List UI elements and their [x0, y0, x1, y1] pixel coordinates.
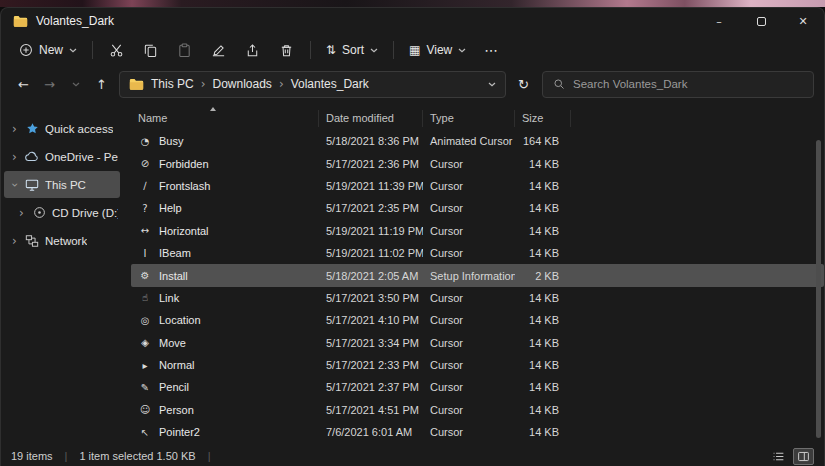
file-name-cell: ?Help: [131, 202, 319, 214]
scrollbar-thumb[interactable]: [816, 140, 821, 438]
file-row-link[interactable]: ☝Link5/17/2021 3:50 PMCursor14 KB: [131, 287, 824, 309]
normal-cursor-icon: ▸: [138, 360, 152, 371]
search-box: [542, 71, 814, 98]
breadcrumb-item[interactable]: Volantes_Dark: [290, 77, 370, 91]
paste-button[interactable]: [168, 39, 201, 62]
recent-locations-button[interactable]: [63, 72, 88, 97]
toolbar-separator: [92, 41, 93, 59]
cut-icon: [109, 43, 124, 58]
chevron-right-icon[interactable]: ›: [10, 123, 19, 135]
minimize-icon: –: [716, 15, 722, 28]
column-header-size[interactable]: Size: [515, 110, 571, 127]
frontslash-cursor-icon: ∕: [138, 180, 152, 191]
list-view-toggle[interactable]: [768, 448, 789, 465]
network-icon: [24, 234, 40, 248]
search-input[interactable]: [573, 78, 803, 90]
trash-icon: [279, 43, 294, 58]
file-date-modified: 5/17/2021 4:51 PM: [319, 404, 423, 416]
copy-button[interactable]: [134, 39, 167, 62]
close-button[interactable]: ✕: [782, 8, 824, 34]
vertical-scrollbar[interactable]: [815, 104, 822, 444]
pointer-cursor-icon: ↖: [138, 427, 152, 438]
file-row-horizontal[interactable]: ↔Horizontal5/19/2021 11:19 PMCursor14 KB: [131, 220, 824, 242]
sidebar-item-onedrive-personal[interactable]: ›OneDrive - Personal: [4, 143, 120, 170]
file-row-move[interactable]: ◈Move5/17/2021 3:34 PMCursor14 KB: [131, 332, 824, 354]
chevron-down-icon: [72, 82, 80, 87]
file-row-help[interactable]: ?Help5/17/2021 2:35 PMCursor14 KB: [131, 197, 824, 219]
cut-button[interactable]: [100, 39, 133, 62]
file-type: Animated Cursor: [423, 135, 515, 147]
file-type: Cursor: [423, 180, 515, 192]
chevron-down-icon[interactable]: ›: [9, 180, 21, 189]
file-row-forbidden[interactable]: ⊘Forbidden5/17/2021 2:36 PMCursor14 KB: [131, 152, 824, 174]
view-button-label: View: [426, 43, 452, 57]
file-name: Frontslash: [159, 180, 210, 192]
column-header-name[interactable]: Name: [131, 110, 319, 127]
file-date-modified: 5/17/2021 2:36 PM: [319, 158, 423, 170]
file-size: 14 KB: [515, 314, 571, 326]
file-row-ibeam[interactable]: IIBeam5/19/2021 11:02 PMCursor14 KB: [131, 242, 824, 264]
delete-button[interactable]: [270, 39, 303, 62]
file-row-pointer2[interactable]: ↖Pointer27/6/2021 6:01 AMCursor14 KB: [131, 421, 824, 443]
file-row-normal[interactable]: ▸Normal5/17/2021 2:33 PMCursor14 KB: [131, 354, 824, 376]
sidebar-item-label: Network: [45, 235, 87, 247]
file-name-cell: ▸Normal: [131, 359, 319, 371]
sidebar-item-quick-access[interactable]: ›Quick access: [4, 115, 120, 142]
back-button[interactable]: ←: [11, 72, 36, 97]
sidebar-item-cd-drive-d-mobile[interactable]: ›CD Drive (D:) Mobile: [4, 199, 120, 226]
file-name-cell: ⚙Install: [131, 270, 319, 282]
file-type: Cursor: [423, 337, 515, 349]
new-button[interactable]: New: [11, 39, 85, 61]
up-button[interactable]: ↑: [89, 72, 114, 97]
address-dropdown-chevron-icon[interactable]: [488, 82, 496, 87]
sort-button[interactable]: ⇅ Sort: [318, 39, 386, 61]
refresh-icon: ↻: [518, 77, 529, 92]
person-cursor-icon: ☺: [138, 404, 152, 415]
this-pc-monitor-icon: [24, 178, 40, 192]
file-row-location[interactable]: ◎Location5/17/2021 4:10 PMCursor14 KB: [131, 309, 824, 331]
chevron-right-icon[interactable]: ›: [10, 235, 19, 247]
file-row-frontslash[interactable]: ∕Frontslash5/19/2021 11:39 PMCursor14 KB: [131, 175, 824, 197]
breadcrumb-item[interactable]: Downloads: [212, 77, 273, 91]
file-size: 14 KB: [515, 404, 571, 416]
file-name-cell: IIBeam: [131, 247, 319, 259]
file-date-modified: 5/17/2021 3:50 PM: [319, 292, 423, 304]
forbidden-cursor-icon: ⊘: [138, 158, 152, 169]
chevron-right-icon[interactable]: ›: [17, 207, 26, 219]
breadcrumb[interactable]: This PC›Downloads›Volantes_Dark: [119, 71, 506, 98]
more-options-button[interactable]: ⋯: [475, 39, 508, 61]
file-name-cell: ⊘Forbidden: [131, 158, 319, 170]
rename-button[interactable]: [202, 39, 235, 62]
column-header-type[interactable]: Type: [423, 110, 515, 127]
file-row-install[interactable]: ⚙Install5/18/2021 2:05 AMSetup Informati…: [131, 264, 824, 286]
file-size: 2 KB: [515, 270, 571, 282]
file-name: Location: [159, 314, 201, 326]
sidebar-item-network[interactable]: ›Network: [4, 227, 120, 254]
share-button[interactable]: [236, 39, 269, 62]
file-name: Pointer2: [159, 426, 200, 438]
column-header-date-modified[interactable]: Date modified: [319, 110, 423, 127]
items-count: 19 items: [11, 450, 53, 462]
toolbar-separator: [393, 41, 394, 59]
breadcrumb-item[interactable]: This PC: [150, 77, 195, 91]
status-bar: 19 items | 1 item selected 1.50 KB |: [1, 446, 824, 466]
chevron-right-icon[interactable]: ›: [10, 151, 19, 163]
file-name-cell: ↖Pointer2: [131, 426, 319, 438]
details-view-toggle[interactable]: [793, 448, 814, 465]
new-button-label: New: [39, 43, 63, 57]
sidebar-item-this-pc[interactable]: ›This PC: [4, 171, 120, 198]
minimize-button[interactable]: –: [698, 8, 740, 34]
busy-cursor-icon: ◔: [138, 136, 152, 147]
file-date-modified: 5/17/2021 4:10 PM: [319, 314, 423, 326]
file-type: Cursor: [423, 404, 515, 416]
file-name: Busy: [159, 135, 183, 147]
refresh-button[interactable]: ↻: [511, 72, 536, 97]
view-button[interactable]: ▦ View: [401, 39, 474, 61]
forward-button[interactable]: →: [37, 72, 62, 97]
file-row-busy[interactable]: ◔Busy5/18/2021 8:36 PMAnimated Cursor164…: [131, 130, 824, 152]
file-row-person[interactable]: ☺Person5/17/2021 4:51 PMCursor14 KB: [131, 399, 824, 421]
file-type: Cursor: [423, 292, 515, 304]
maximize-button[interactable]: [740, 8, 782, 34]
titlebar: Volantes_Dark – ✕: [1, 8, 824, 34]
file-row-pencil[interactable]: ✎Pencil5/17/2021 2:37 PMCursor14 KB: [131, 376, 824, 398]
